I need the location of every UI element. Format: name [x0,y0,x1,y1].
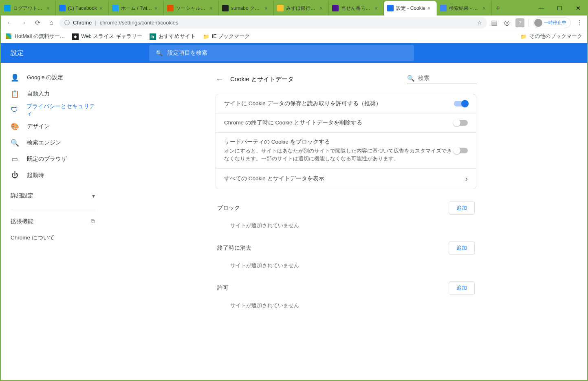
nav-item[interactable]: 🛡プライバシーとセキュリティ [1,102,105,118]
other-bookmarks[interactable]: 📁 その他のブックマーク [520,33,582,40]
browser-tab[interactable]: 設定 - Cookie × [384,1,437,16]
browser-tab[interactable]: (1) Facebook × [56,1,109,16]
section-title: 終了時に消去 [217,244,251,252]
close-window-button[interactable]: ✕ [569,1,587,16]
nav-item[interactable]: ▭既定のブラウザ [1,151,105,167]
browser-tab[interactable]: みずほ銀行：… × [274,1,329,16]
nav-icon: ⏻ [11,171,19,179]
tab-close-icon[interactable]: × [99,5,105,11]
settings-nav: 👤Google の設定📋自動入力🛡プライバシーとセキュリティ🎨デザイン🔍検索エン… [1,63,105,380]
reload-button[interactable]: ⟳ [32,17,43,29]
forward-button[interactable]: → [18,17,29,29]
browser-tab[interactable]: 当せん番号案… × [329,1,384,16]
nav-item[interactable]: 🎨デザイン [1,118,105,135]
tab-close-icon[interactable]: × [482,5,488,11]
favicon-icon [167,5,174,11]
bookmark-favicon [6,33,12,40]
panel-title: Cookie とサイトデータ [230,75,407,83]
avatar-icon [534,19,542,27]
favicon-icon [387,5,394,11]
chevron-right-icon: › [465,175,468,183]
favicon-icon [332,5,339,11]
pdf-extension-icon[interactable]: ▤ [489,18,498,27]
minimize-button[interactable]: — [532,1,551,16]
address-bar[interactable]: ⓘ Chrome | chrome://settings/content/coo… [59,17,487,29]
nav-icon: 📋 [11,90,19,98]
browser-tab[interactable]: sumabo クリ… × [219,1,274,16]
panel-back-button[interactable]: ← [216,75,230,84]
section-title: ブロック [217,204,240,212]
row-label: すべての Cookie とサイトデータを表示 [224,175,465,182]
panel-search[interactable]: 🔍 検索 [407,75,476,84]
tab-title: (1) Facebook [68,5,98,11]
back-button[interactable]: ← [4,17,15,29]
new-tab-button[interactable]: + [492,1,504,16]
nav-label: 起動時 [27,172,44,179]
browser-tab[interactable]: 検索結果 - G… × [437,1,492,16]
nav-item[interactable]: 🔍検索エンジン [1,135,105,151]
bookmark-item[interactable]: ◆Web スライス ギャラリー [72,33,142,40]
add-site-button[interactable]: 追加 [449,202,475,215]
nav-advanced[interactable]: 詳細設定 ▾ [1,188,105,204]
tab-close-icon[interactable]: × [264,5,270,11]
bookmark-favicon: b [150,33,156,40]
site-list-section: 終了時に消去 追加 サイトが追加されていません [216,241,476,269]
tab-title: 検索結果 - G… [449,5,481,12]
bookmark-item[interactable]: HotMail の無料サー… [6,33,65,40]
toggle-switch[interactable] [454,101,468,106]
toggle-switch[interactable] [454,148,468,153]
tab-close-icon[interactable]: × [46,5,52,11]
bookmark-item[interactable]: bおすすめサイト [150,33,196,40]
add-site-button[interactable]: 追加 [449,241,475,255]
nav-item[interactable]: 👤Google の設定 [1,69,105,86]
bookmark-star-icon[interactable]: ☆ [477,20,482,26]
setting-row[interactable]: Chrome の終了時に Cookie とサイトデータを削除する [216,113,476,133]
tab-close-icon[interactable]: × [319,5,325,11]
setting-row[interactable]: すべての Cookie とサイトデータを表示› [216,169,476,189]
settings-content: ← Cookie とサイトデータ 🔍 検索 サイトに Cookie データの保存… [105,63,587,380]
empty-message: サイトが追加されていません [216,295,476,309]
tab-close-icon[interactable]: × [427,5,433,11]
tab-strip: ログアウト：W… × (1) Facebook × ホーム / Twitt… ×… [1,1,492,16]
tab-close-icon[interactable]: × [209,5,215,11]
add-site-button[interactable]: 追加 [449,281,475,295]
browser-tab[interactable]: ログアウト：W… × [1,1,56,16]
bookmark-label: おすすめサイト [159,33,196,40]
title-bar: ログアウト：W… × (1) Facebook × ホーム / Twitt… ×… [1,1,587,16]
search-icon: 🔍 [407,75,415,82]
nav-extensions[interactable]: 拡張機能 ⧉ [1,213,105,230]
toggle-switch[interactable] [454,120,468,126]
browser-tab[interactable]: ホーム / Twitt… × [109,1,164,16]
setting-row[interactable]: サイトに Cookie データの保存と読み取りを許可する（推奨） [216,94,476,113]
site-list-section: ブロック 追加 サイトが追加されていません [216,202,476,229]
site-info-icon[interactable]: ⓘ [64,19,70,27]
tab-close-icon[interactable]: × [154,5,160,11]
nav-about-chrome[interactable]: Chrome について [1,230,105,246]
favicon-icon [440,5,447,11]
row-label: サイトに Cookie データの保存と読み取りを許可する（推奨） [224,100,454,107]
nav-icon: 🛡 [11,106,18,114]
chrome-menu-button[interactable]: ⋮ [575,18,584,27]
nav-item[interactable]: 📋自動入力 [1,86,105,102]
row-sublabel: オンにすると、サイトはあなたが別のサイトで閲覧した内容に基づいて広告をカスタマイ… [224,147,454,163]
setting-row[interactable]: サードパーティの Cookie をブロックするオンにすると、サイトはあなたが別の… [216,133,476,169]
extension-icon[interactable]: ◎ [502,18,511,27]
search-placeholder: 設定項目を検索 [167,49,207,57]
maximize-button[interactable]: ☐ [551,1,569,16]
browser-tab[interactable]: ソーシャル・ネッ… × [164,1,219,16]
tab-title: ログアウト：W… [13,5,45,12]
cookie-settings-card: サイトに Cookie データの保存と読み取りを許可する（推奨）Chrome の… [216,94,476,189]
tab-title: ソーシャル・ネッ… [176,5,208,12]
settings-search-box[interactable]: 🔍 設定項目を検索 [149,45,414,61]
tab-close-icon[interactable]: × [374,5,380,11]
help-icon[interactable]: ? [515,18,524,27]
nav-icon: 🔍 [11,139,19,147]
nav-label: 既定のブラウザ [27,155,67,163]
favicon-icon [112,5,119,11]
bookmark-item[interactable]: 📁IE ブックマーク [203,33,250,40]
nav-label: デザイン [27,123,50,130]
chevron-down-icon: ▾ [92,193,95,199]
nav-item[interactable]: ⏻起動時 [1,167,105,184]
home-button[interactable]: ⌂ [46,17,57,29]
profile-paused-chip[interactable]: 一時停止中 [533,18,571,28]
